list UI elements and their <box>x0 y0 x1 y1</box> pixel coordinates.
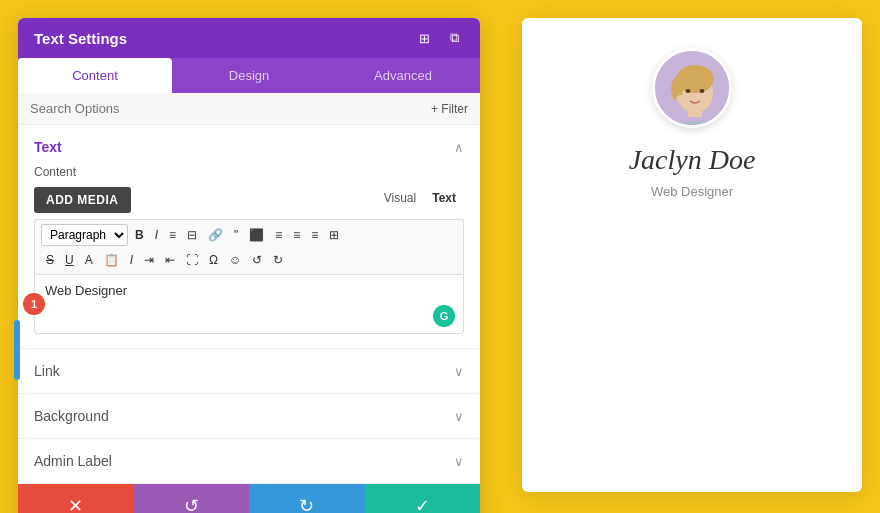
italic2-button[interactable]: I <box>125 250 138 270</box>
redo-button[interactable]: ↻ <box>268 250 288 270</box>
tabs-bar: Content Design Advanced <box>18 58 480 93</box>
grid-icon[interactable]: ⊞ <box>414 28 434 48</box>
table-button[interactable]: ⊞ <box>324 225 344 245</box>
blue-accent-stripe <box>14 320 20 380</box>
blockquote-button[interactable]: " <box>229 225 243 245</box>
visual-mode-button[interactable]: Visual <box>376 187 424 209</box>
justify-button[interactable]: ≡ <box>306 225 323 245</box>
align-center-button[interactable]: ≡ <box>270 225 287 245</box>
admin-label-chevron-icon: ∨ <box>454 454 464 469</box>
link-section-title: Link <box>34 363 60 379</box>
grammarly-icon: G <box>433 305 455 327</box>
admin-label-section-header[interactable]: Admin Label ∨ <box>18 439 480 483</box>
text-section: Text ∧ Content ADD MEDIA Visual Text Pa <box>18 125 480 349</box>
redo-icon: ↻ <box>299 495 314 513</box>
add-media-button[interactable]: ADD MEDIA <box>34 187 131 213</box>
add-media-row: ADD MEDIA Visual Text <box>34 187 464 213</box>
text-section-title: Text <box>34 139 62 155</box>
link-section: Link ∨ <box>18 349 480 394</box>
text-section-header[interactable]: Text ∧ <box>18 125 480 155</box>
background-section: Background ∨ <box>18 394 480 439</box>
paste-button[interactable]: 📋 <box>99 250 124 270</box>
cancel-icon: ✕ <box>68 495 83 513</box>
avatar-image <box>655 51 732 128</box>
confirm-icon: ✓ <box>415 495 430 513</box>
fullscreen-editor-button[interactable]: ⛶ <box>181 250 203 270</box>
format-select-group: Paragraph <box>41 224 128 246</box>
header-icons: ⊞ ⧉ <box>414 28 464 48</box>
link-chevron-icon: ∨ <box>454 364 464 379</box>
editor-mode-bar: Visual Text <box>376 187 464 209</box>
redo-footer-button[interactable]: ↻ <box>249 484 365 513</box>
bold-italic-group: B I ≡ ⊟ 🔗 " ⬛ ≡ ≡ ≡ ⊞ <box>130 225 344 245</box>
svg-point-1 <box>667 121 723 128</box>
tab-advanced[interactable]: Advanced <box>326 58 480 93</box>
preview-panel: Jaclyn Doe Web Designer <box>522 18 862 492</box>
strikethrough-button[interactable]: S <box>41 250 59 270</box>
outdent-button[interactable]: ⇤ <box>160 250 180 270</box>
ul-button[interactable]: ≡ <box>164 225 181 245</box>
text-chevron-icon: ∧ <box>454 140 464 155</box>
tab-design[interactable]: Design <box>172 58 326 93</box>
undo-icon: ↺ <box>184 495 199 513</box>
link-button[interactable]: 🔗 <box>203 225 228 245</box>
search-bar: + Filter <box>18 93 480 125</box>
editor-toolbar: Paragraph B I ≡ ⊟ 🔗 " ⬛ ≡ ≡ ≡ ⊞ <box>34 219 464 274</box>
content-label: Content <box>34 165 464 179</box>
secondary-toolbar-group: S U A 📋 I ⇥ ⇤ ⛶ Ω ☺ ↺ ↻ <box>41 250 457 270</box>
avatar <box>652 48 732 128</box>
cancel-button[interactable]: ✕ <box>18 484 134 513</box>
special-char-button[interactable]: Ω <box>204 250 223 270</box>
paragraph-select[interactable]: Paragraph <box>41 224 128 246</box>
ol-button[interactable]: ⊟ <box>182 225 202 245</box>
background-section-header[interactable]: Background ∨ <box>18 394 480 438</box>
settings-panel: Text Settings ⊞ ⧉ Content Design Advance… <box>18 18 480 513</box>
editor-content: Web Designer <box>45 283 453 298</box>
tab-content[interactable]: Content <box>18 58 172 93</box>
indent-button[interactable]: ⇥ <box>139 250 159 270</box>
admin-label-section-title: Admin Label <box>34 453 112 469</box>
undo-footer-button[interactable]: ↺ <box>134 484 250 513</box>
link-section-header[interactable]: Link ∨ <box>18 349 480 393</box>
text-mode-button[interactable]: Text <box>424 187 464 209</box>
text-section-content: Content ADD MEDIA Visual Text Paragraph <box>18 155 480 348</box>
text-color-button[interactable]: A <box>80 250 98 270</box>
preview-name: Jaclyn Doe <box>629 144 756 176</box>
editor-area[interactable]: 1 Web Designer G <box>34 274 464 334</box>
svg-point-6 <box>686 89 691 93</box>
align-left-button[interactable]: ⬛ <box>244 225 269 245</box>
svg-point-8 <box>676 95 686 103</box>
search-input[interactable] <box>30 101 431 116</box>
panel-body: Text ∧ Content ADD MEDIA Visual Text Pa <box>18 125 480 484</box>
bold-button[interactable]: B <box>130 225 149 245</box>
emoji-button[interactable]: ☺ <box>224 250 246 270</box>
preview-subtitle: Web Designer <box>651 184 733 199</box>
underline-button[interactable]: U <box>60 250 79 270</box>
background-chevron-icon: ∨ <box>454 409 464 424</box>
admin-label-section: Admin Label ∨ <box>18 439 480 484</box>
italic-button[interactable]: I <box>150 225 163 245</box>
svg-point-7 <box>700 89 705 93</box>
panel-title: Text Settings <box>34 30 127 47</box>
background-section-title: Background <box>34 408 109 424</box>
undo-button[interactable]: ↺ <box>247 250 267 270</box>
confirm-button[interactable]: ✓ <box>365 484 481 513</box>
fullscreen-icon[interactable]: ⧉ <box>444 28 464 48</box>
panel-footer: ✕ ↺ ↻ ✓ <box>18 484 480 513</box>
align-right-button[interactable]: ≡ <box>288 225 305 245</box>
step-badge: 1 <box>23 293 45 315</box>
filter-button[interactable]: + Filter <box>431 102 468 116</box>
panel-header: Text Settings ⊞ ⧉ <box>18 18 480 58</box>
